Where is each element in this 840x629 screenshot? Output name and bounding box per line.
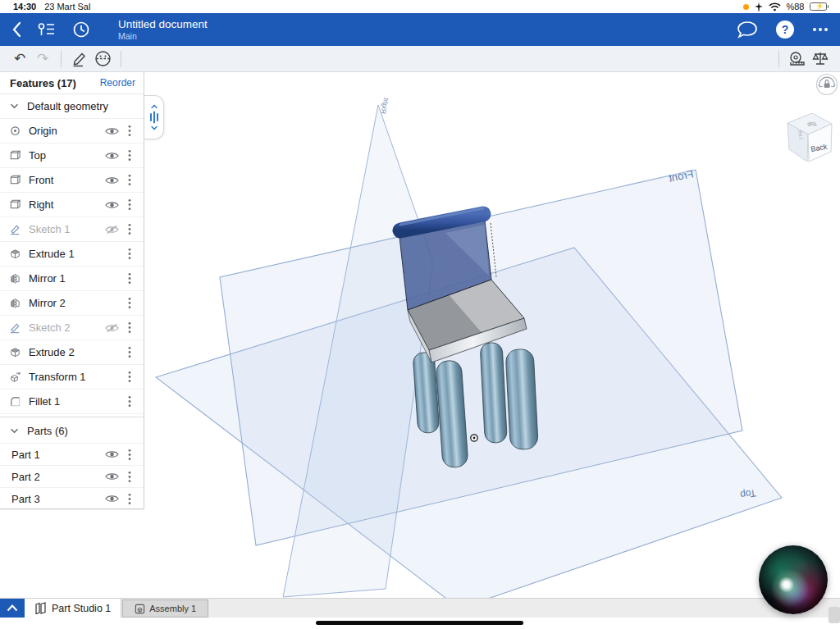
feature-row[interactable]: Mirror 2: [0, 291, 144, 316]
feature-row[interactable]: Extrude 1: [0, 242, 144, 267]
features-panel-header: Features (17) Reorder: [0, 72, 144, 94]
view-cube[interactable]: Top Back Left: [788, 113, 832, 162]
parts-section[interactable]: Parts (6): [0, 419, 144, 444]
visibility-eye-icon[interactable]: [103, 490, 121, 508]
wifi-icon: [769, 2, 781, 11]
feature-row[interactable]: Sketch 1: [0, 217, 144, 242]
item-menu-kebab-icon[interactable]: [121, 221, 139, 239]
back-button[interactable]: [11, 21, 21, 38]
part-studio-icon: [34, 602, 48, 614]
onshape-ipad-screen: 14:30 23 Mart Sal %88 ⚡: [0, 0, 840, 629]
visibility-eye-icon[interactable]: [103, 171, 121, 189]
document-tab-bar: Part Studio 1 Assembly 1: [0, 598, 840, 618]
visibility-eye-off-icon[interactable]: [103, 221, 121, 239]
feature-name: Transform 1: [29, 371, 121, 383]
chevron-down-icon: [150, 125, 158, 130]
feature-name: Origin: [29, 125, 103, 137]
item-menu-kebab-icon[interactable]: [121, 368, 139, 386]
undo-icon: ↶: [14, 50, 25, 67]
feature-name: Fillet 1: [29, 395, 121, 408]
visibility-eye-icon[interactable]: [103, 196, 121, 214]
rollback-bar-handle[interactable]: [144, 95, 164, 139]
item-menu-kebab-icon[interactable]: [121, 196, 139, 214]
origin-marker[interactable]: [471, 435, 477, 441]
feature-row[interactable]: Transform 1: [0, 365, 144, 390]
part-row[interactable]: Part 1: [0, 444, 144, 466]
plane-icon: [8, 174, 21, 187]
feature-row[interactable]: Extrude 2: [0, 340, 144, 365]
visibility-eye-icon[interactable]: [103, 122, 121, 140]
item-menu-kebab-icon[interactable]: [121, 344, 139, 362]
feature-name: Mirror 2: [29, 297, 121, 309]
pencil-sketch-icon: [71, 51, 88, 67]
help-icon: ?: [776, 21, 794, 39]
visibility-eye-icon[interactable]: [103, 445, 121, 463]
visibility-eye-off-icon[interactable]: [103, 319, 121, 337]
view-lock-button[interactable]: [817, 75, 838, 95]
status-time: 14:30: [13, 2, 36, 11]
plane-icon: [8, 149, 21, 162]
item-menu-kebab-icon[interactable]: [121, 319, 139, 337]
siri-orb[interactable]: [759, 545, 828, 614]
home-indicator[interactable]: [316, 621, 523, 625]
tab-part-studio[interactable]: Part Studio 1: [25, 599, 121, 618]
item-menu-kebab-icon[interactable]: [121, 270, 139, 288]
back-chevron-icon: [11, 21, 21, 38]
item-menu-kebab-icon[interactable]: [121, 122, 139, 140]
document-toolbar: ↶ ↷: [0, 46, 840, 72]
default-geometry-section[interactable]: Default geometry: [0, 94, 144, 119]
feature-row[interactable]: Right: [0, 193, 144, 217]
reorder-button[interactable]: Reorder: [100, 77, 135, 89]
appearance-tool-button[interactable]: [91, 48, 114, 70]
comment-bubble-icon: [737, 21, 758, 39]
item-menu-kebab-icon[interactable]: [121, 245, 139, 263]
tab-manager-button[interactable]: [0, 599, 25, 618]
top-plane-label: Top: [739, 487, 756, 501]
feature-row[interactable]: Origin: [0, 119, 144, 144]
more-menu-button[interactable]: [812, 27, 829, 32]
undo-button[interactable]: ↶: [8, 48, 31, 70]
history-clock-icon: [72, 21, 90, 39]
document-title-block[interactable]: Untitled document Main: [118, 18, 208, 41]
chair-leg-front-right[interactable]: [505, 349, 538, 450]
versions-button[interactable]: [38, 22, 56, 37]
airplane-mode-icon: [754, 2, 764, 11]
chevron-up-icon: [7, 604, 18, 612]
feature-list: OriginTopFrontRightSketch 1Extrude 1Mirr…: [0, 119, 144, 414]
feature-row[interactable]: Front: [0, 168, 144, 193]
feature-row[interactable]: Mirror 1: [0, 267, 144, 291]
part-row[interactable]: Part 3: [0, 488, 144, 510]
feature-name: Top: [29, 149, 103, 162]
plane-icon: [8, 198, 21, 212]
drag-handle[interactable]: [829, 607, 840, 623]
history-button[interactable]: [72, 21, 90, 39]
item-menu-kebab-icon[interactable]: [121, 490, 139, 508]
sketch-tool-button[interactable]: [68, 48, 91, 70]
part-row[interactable]: Part 2: [0, 466, 144, 488]
visibility-eye-icon[interactable]: [103, 467, 121, 485]
comments-button[interactable]: [737, 21, 758, 39]
feature-row[interactable]: Fillet 1: [0, 390, 144, 414]
item-menu-kebab-icon[interactable]: [121, 445, 139, 463]
sketch-icon: [8, 223, 21, 236]
transform-icon: [8, 371, 21, 384]
item-menu-kebab-icon[interactable]: [121, 294, 139, 312]
redo-button[interactable]: ↷: [31, 48, 54, 70]
mass-properties-button[interactable]: [809, 48, 832, 70]
feature-row[interactable]: Top: [0, 144, 144, 168]
visibility-eye-icon[interactable]: [103, 147, 121, 165]
feature-name: Sketch 2: [29, 321, 103, 334]
feature-row[interactable]: Sketch 2: [0, 316, 144, 340]
help-button[interactable]: ?: [776, 21, 794, 39]
graphics-area[interactable]: Front Top Right Top Back Left: [0, 72, 840, 598]
tab-assembly[interactable]: Assembly 1: [122, 599, 208, 618]
item-menu-kebab-icon[interactable]: [121, 467, 139, 485]
part-name: Part 1: [11, 449, 103, 461]
fillet-icon: [8, 395, 21, 408]
item-menu-kebab-icon[interactable]: [121, 147, 139, 165]
item-menu-kebab-icon[interactable]: [121, 171, 139, 189]
measure-tool-button[interactable]: [786, 48, 809, 70]
tab-label: Assembly 1: [149, 604, 196, 613]
item-menu-kebab-icon[interactable]: [121, 393, 139, 411]
status-date: 23 Mart Sal: [44, 2, 90, 11]
